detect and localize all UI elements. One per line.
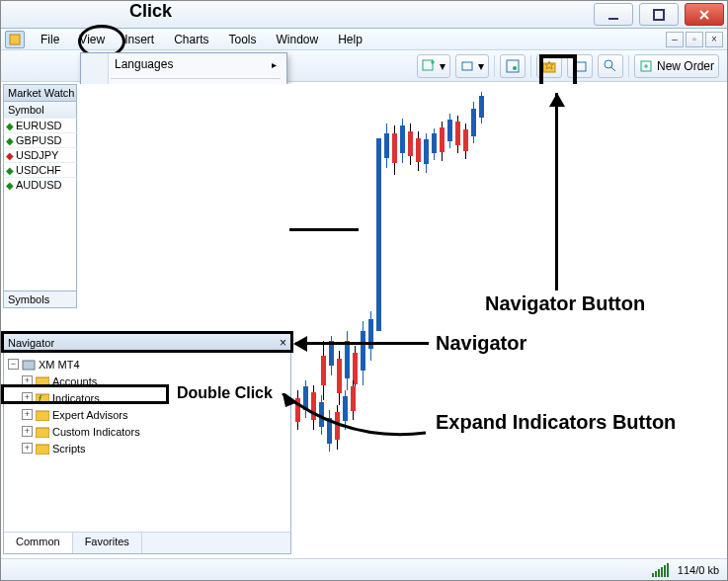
connection-speed: 114/0 kb <box>678 564 719 576</box>
close-button[interactable] <box>685 3 724 26</box>
menu-view[interactable]: View <box>69 31 115 48</box>
mw-row-gbpusd[interactable]: ◆GBPUSD <box>3 132 77 147</box>
status-bar: 114/0 kb <box>1 558 727 580</box>
tree-root-xm-mt4[interactable]: −XM MT4 <box>6 356 288 373</box>
market-watch-title: Market Watch <box>3 84 77 102</box>
menu-tools[interactable]: Tools <box>219 31 267 48</box>
toolbar-strategy-tester-button[interactable] <box>598 54 623 78</box>
menu-help[interactable]: Help <box>328 31 372 48</box>
annotation-text-expand-indicators: Expand Indicators Button <box>436 411 692 434</box>
expand-icon[interactable]: + <box>22 409 33 420</box>
up-arrow-icon: ◆ <box>6 180 14 191</box>
toolbar-new-order-button[interactable]: New Order <box>634 54 719 78</box>
annotation-arrow <box>289 228 359 231</box>
expand-icon[interactable]: + <box>22 426 33 437</box>
svg-rect-0 <box>608 18 618 20</box>
menu-item-languages[interactable]: Languages▸ <box>81 53 286 75</box>
mdi-close-button[interactable]: × <box>705 32 723 47</box>
window-titlebar <box>1 1 727 29</box>
menu-window[interactable]: Window <box>267 31 329 48</box>
mw-row-audusd[interactable]: ◆AUDUSD <box>3 177 77 192</box>
svg-rect-25 <box>36 445 49 455</box>
market-watch-tab-symbols[interactable]: Symbols <box>3 290 77 308</box>
arrowhead-icon <box>549 93 565 107</box>
up-arrow-icon: ◆ <box>6 121 14 131</box>
svg-rect-19 <box>23 361 35 370</box>
menu-charts[interactable]: Charts <box>164 31 218 48</box>
annotation-box-navigator-panel <box>1 331 293 353</box>
annotation-text-navigator-button: Navigator Button <box>485 292 645 315</box>
mw-row-eurusd[interactable]: ◆EURUSD <box>3 118 77 132</box>
up-arrow-icon: ◆ <box>6 135 14 146</box>
svg-rect-2 <box>10 35 20 44</box>
annotation-arrow <box>169 393 436 453</box>
app-icon <box>5 31 25 48</box>
arrowhead-icon <box>293 336 307 352</box>
svg-rect-24 <box>36 428 49 438</box>
menu-file[interactable]: File <box>31 31 69 48</box>
menu-insert[interactable]: Insert <box>115 31 164 48</box>
annotation-click-top: Click <box>129 1 172 22</box>
navigator-tab-favorites[interactable]: Favorites <box>73 533 142 553</box>
svg-point-10 <box>605 60 612 68</box>
mw-row-usdjpy[interactable]: ◆USDJPY <box>3 147 77 162</box>
toolbar-new-chart-button[interactable]: ▾ <box>417 54 450 78</box>
expert-advisors-folder-icon <box>35 408 50 422</box>
expand-icon[interactable]: + <box>22 443 33 454</box>
toolbar-market-watch-button[interactable] <box>500 54 526 78</box>
navigator-tab-common[interactable]: Common <box>4 533 73 553</box>
svg-rect-1 <box>654 10 664 20</box>
mdi-restore-button[interactable]: ▫ <box>686 32 703 47</box>
annotation-text-navigator: Navigator <box>436 332 526 355</box>
svg-rect-5 <box>507 60 519 72</box>
svg-rect-4 <box>462 62 472 70</box>
down-arrow-icon: ◆ <box>6 150 14 161</box>
annotation-arrow <box>295 342 429 345</box>
scripts-folder-icon <box>35 442 50 456</box>
connection-bars-icon <box>652 563 670 577</box>
svg-point-6 <box>513 66 517 70</box>
annotation-box-indicators <box>1 384 169 404</box>
annotation-arrow <box>555 93 558 290</box>
new-order-label: New Order <box>657 59 714 73</box>
market-watch-panel: Market Watch Symbol ◆EURUSD ◆GBPUSD ◆USD… <box>3 84 77 308</box>
maximize-button[interactable] <box>639 3 679 26</box>
up-arrow-icon: ◆ <box>6 165 14 176</box>
minimize-button[interactable] <box>594 3 633 26</box>
toolbar-profiles-button[interactable]: ▾ <box>455 54 489 78</box>
svg-rect-23 <box>36 411 49 421</box>
mdi-minimize-button[interactable]: – <box>666 32 684 47</box>
menubar: File View Insert Charts Tools Window Hel… <box>1 29 727 50</box>
collapse-icon[interactable]: − <box>8 359 19 370</box>
terminal-root-icon <box>21 358 37 372</box>
market-watch-header: Symbol <box>3 102 77 118</box>
custom-indicators-folder-icon <box>35 425 50 439</box>
mw-row-usdchf[interactable]: ◆USDCHF <box>3 162 77 177</box>
